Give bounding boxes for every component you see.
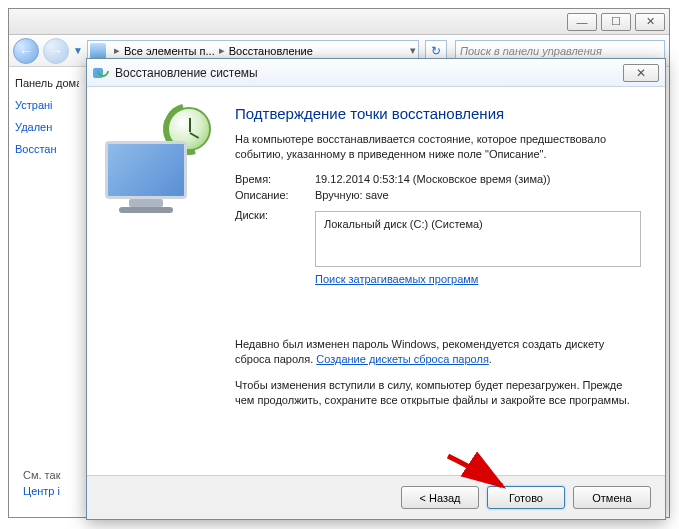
time-label: Время: bbox=[235, 173, 315, 185]
sidebar-item[interactable]: Удален bbox=[15, 121, 79, 133]
sidebar: Панель домашн Устрані Удален Восстан bbox=[9, 67, 85, 517]
breadcrumb-item[interactable]: Восстановление bbox=[229, 45, 313, 57]
sidebar-footer: См. так Центр і bbox=[23, 469, 60, 497]
forward-nav-button[interactable]: → bbox=[43, 38, 69, 64]
breadcrumb-separator: ▸ bbox=[219, 44, 225, 57]
reboot-note: Чтобы изменения вступили в силу, компьют… bbox=[235, 378, 641, 409]
control-panel-icon bbox=[90, 43, 106, 59]
desc-label: Описание: bbox=[235, 189, 315, 201]
disks-value: Локальный диск (C:) (Система) bbox=[324, 218, 483, 230]
back-nav-button[interactable]: ← bbox=[13, 38, 39, 64]
disks-value-wrap: Локальный диск (C:) (Система) Поиск затр… bbox=[315, 209, 641, 285]
chevron-down-icon[interactable]: ▼ bbox=[73, 45, 83, 56]
close-button[interactable]: ✕ bbox=[635, 13, 665, 31]
sidebar-item[interactable]: Восстан bbox=[15, 143, 79, 155]
minimize-button[interactable]: — bbox=[567, 13, 597, 31]
sidebar-item[interactable]: Устрані bbox=[15, 99, 79, 111]
breadcrumb-separator: ▸ bbox=[114, 44, 120, 57]
time-value: 19.12.2014 0:53:14 (Московское время (зи… bbox=[315, 173, 641, 185]
cancel-button[interactable]: Отмена bbox=[573, 486, 651, 509]
finish-button[interactable]: Готово bbox=[487, 486, 565, 509]
dialog-footer: < Назад Готово Отмена bbox=[87, 475, 665, 519]
breadcrumb-item[interactable]: Все элементы п... bbox=[124, 45, 215, 57]
action-center-link[interactable]: Центр і bbox=[23, 485, 60, 497]
sidebar-item-home[interactable]: Панель домашн bbox=[15, 77, 79, 89]
password-note: Недавно был изменен пароль Windows, реко… bbox=[235, 337, 641, 368]
restore-icon bbox=[93, 65, 109, 81]
maximize-button[interactable]: ☐ bbox=[601, 13, 631, 31]
dialog-content: Подтверждение точки восстановления На ко… bbox=[235, 105, 641, 475]
back-button[interactable]: < Назад bbox=[401, 486, 479, 509]
monitor-clock-icon bbox=[105, 113, 215, 213]
info-row-desc: Описание: Вручную: save bbox=[235, 189, 641, 201]
see-also-label: См. так bbox=[23, 469, 60, 481]
password-disk-link[interactable]: Создание дискеты сброса пароля bbox=[316, 352, 489, 367]
dialog-titlebar: Восстановление системы ✕ bbox=[87, 59, 665, 87]
dialog-heading: Подтверждение точки восстановления bbox=[235, 105, 641, 122]
disks-label: Диски: bbox=[235, 209, 315, 221]
dialog-graphic bbox=[105, 105, 235, 475]
disks-box: Локальный диск (C:) (Система) bbox=[315, 211, 641, 267]
dialog-close-button[interactable]: ✕ bbox=[623, 64, 659, 82]
breadcrumb-dropdown-icon[interactable]: ▾ bbox=[410, 44, 416, 57]
info-row-disks: Диски: Локальный диск (C:) (Система) Пои… bbox=[235, 209, 641, 285]
desc-value: Вручную: save bbox=[315, 189, 641, 201]
dialog-title: Восстановление системы bbox=[115, 66, 623, 80]
search-placeholder: Поиск в панели управления bbox=[460, 45, 602, 57]
info-row-time: Время: 19.12.2014 0:53:14 (Московское вр… bbox=[235, 173, 641, 185]
dialog-description: На компьютере восстанавливается состояни… bbox=[235, 132, 641, 163]
scan-programs-link[interactable]: Поиск затрагиваемых программ bbox=[315, 273, 478, 285]
system-restore-dialog: Восстановление системы ✕ Подтверждение т… bbox=[86, 58, 666, 520]
dialog-body: Подтверждение точки восстановления На ко… bbox=[87, 87, 665, 475]
parent-titlebar: — ☐ ✕ bbox=[9, 9, 669, 35]
